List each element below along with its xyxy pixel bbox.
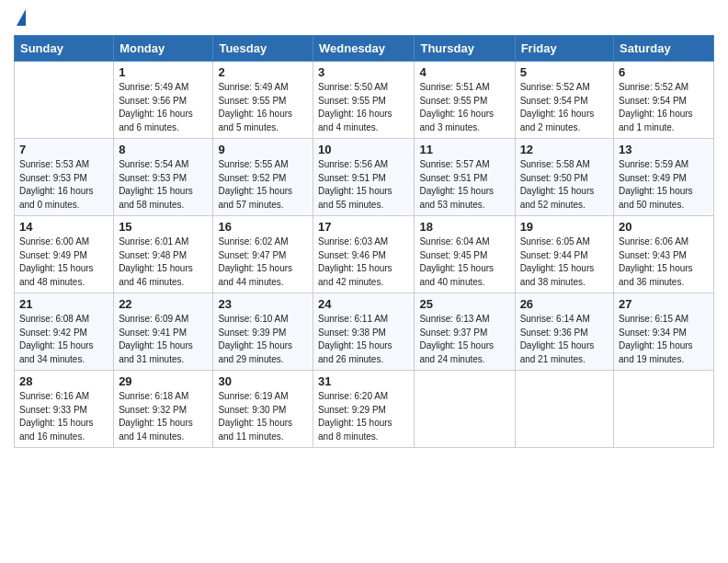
day-info: Sunrise: 6:05 AM Sunset: 9:44 PM Dayligh… [520,236,609,289]
calendar-cell: 16Sunrise: 6:02 AM Sunset: 9:47 PM Dayli… [213,216,313,293]
day-number: 17 [318,220,409,234]
day-info: Sunrise: 5:49 AM Sunset: 9:56 PM Dayligh… [119,81,208,134]
day-info: Sunrise: 6:19 AM Sunset: 9:30 PM Dayligh… [218,390,308,443]
calendar-cell: 25Sunrise: 6:13 AM Sunset: 9:37 PM Dayli… [415,293,515,371]
calendar-cell: 12Sunrise: 5:58 AM Sunset: 9:50 PM Dayli… [515,139,613,216]
calendar-cell: 23Sunrise: 6:10 AM Sunset: 9:39 PM Dayli… [213,293,313,371]
calendar-cell: 4Sunrise: 5:51 AM Sunset: 9:55 PM Daylig… [415,62,515,139]
calendar-cell: 31Sunrise: 6:20 AM Sunset: 9:29 PM Dayli… [313,371,415,448]
day-number: 18 [419,220,509,234]
calendar-cell: 11Sunrise: 5:57 AM Sunset: 9:51 PM Dayli… [415,139,515,216]
day-number: 15 [119,220,208,234]
day-number: 19 [520,220,609,234]
calendar-cell: 20Sunrise: 6:06 AM Sunset: 9:43 PM Dayli… [614,216,714,293]
day-info: Sunrise: 5:56 AM Sunset: 9:51 PM Dayligh… [318,158,409,212]
day-number: 2 [218,65,308,79]
day-number: 8 [119,143,208,156]
day-number: 22 [119,297,208,311]
calendar-header-saturday: Saturday [614,36,714,62]
day-number: 20 [619,220,709,234]
day-info: Sunrise: 6:03 AM Sunset: 9:46 PM Dayligh… [318,236,409,289]
calendar-cell: 7Sunrise: 5:53 AM Sunset: 9:53 PM Daylig… [15,139,114,216]
day-number: 4 [419,65,509,79]
calendar-cell [15,62,114,139]
calendar-cell: 24Sunrise: 6:11 AM Sunset: 9:38 PM Dayli… [313,293,415,371]
day-info: Sunrise: 5:57 AM Sunset: 9:51 PM Dayligh… [419,158,509,212]
calendar-cell: 28Sunrise: 6:16 AM Sunset: 9:33 PM Dayli… [15,371,114,448]
calendar-cell: 15Sunrise: 6:01 AM Sunset: 9:48 PM Dayli… [114,216,213,293]
calendar-cell: 1Sunrise: 5:49 AM Sunset: 9:56 PM Daylig… [114,62,213,139]
calendar-cell: 14Sunrise: 6:00 AM Sunset: 9:49 PM Dayli… [15,216,114,293]
day-number: 12 [520,143,609,156]
calendar-cell: 19Sunrise: 6:05 AM Sunset: 9:44 PM Dayli… [515,216,613,293]
calendar-cell: 29Sunrise: 6:18 AM Sunset: 9:32 PM Dayli… [114,371,213,448]
day-info: Sunrise: 5:52 AM Sunset: 9:54 PM Dayligh… [520,81,609,134]
day-info: Sunrise: 6:02 AM Sunset: 9:47 PM Dayligh… [218,236,308,289]
calendar-week-2: 7Sunrise: 5:53 AM Sunset: 9:53 PM Daylig… [15,139,714,216]
day-number: 6 [619,65,709,79]
day-number: 30 [218,374,308,388]
calendar-header-tuesday: Tuesday [213,36,313,62]
day-info: Sunrise: 6:01 AM Sunset: 9:48 PM Dayligh… [119,236,208,289]
day-info: Sunrise: 6:11 AM Sunset: 9:38 PM Dayligh… [318,313,409,366]
day-number: 11 [419,143,509,156]
day-info: Sunrise: 6:09 AM Sunset: 9:41 PM Dayligh… [119,313,208,366]
day-info: Sunrise: 5:52 AM Sunset: 9:54 PM Dayligh… [619,81,709,134]
day-info: Sunrise: 6:06 AM Sunset: 9:43 PM Dayligh… [619,236,709,289]
day-info: Sunrise: 6:00 AM Sunset: 9:49 PM Dayligh… [19,236,108,289]
calendar-cell: 6Sunrise: 5:52 AM Sunset: 9:54 PM Daylig… [614,62,714,139]
day-info: Sunrise: 5:50 AM Sunset: 9:55 PM Dayligh… [318,81,409,134]
day-info: Sunrise: 6:04 AM Sunset: 9:45 PM Dayligh… [419,236,509,289]
calendar-week-1: 1Sunrise: 5:49 AM Sunset: 9:56 PM Daylig… [15,62,714,139]
day-info: Sunrise: 6:15 AM Sunset: 9:34 PM Dayligh… [619,313,709,366]
calendar-cell: 21Sunrise: 6:08 AM Sunset: 9:42 PM Dayli… [15,293,114,371]
logo [14,9,26,28]
day-number: 27 [619,297,709,311]
day-info: Sunrise: 5:53 AM Sunset: 9:53 PM Dayligh… [19,158,108,212]
calendar-cell: 2Sunrise: 5:49 AM Sunset: 9:55 PM Daylig… [213,62,313,139]
day-number: 10 [318,143,409,156]
calendar-header-monday: Monday [114,36,213,62]
day-number: 3 [318,65,409,79]
day-number: 23 [218,297,308,311]
calendar-cell: 8Sunrise: 5:54 AM Sunset: 9:53 PM Daylig… [114,139,213,216]
day-number: 31 [318,374,409,388]
day-number: 26 [520,297,609,311]
calendar-cell: 22Sunrise: 6:09 AM Sunset: 9:41 PM Dayli… [114,293,213,371]
calendar-header-row: SundayMondayTuesdayWednesdayThursdayFrid… [15,36,714,62]
day-info: Sunrise: 6:14 AM Sunset: 9:36 PM Dayligh… [520,313,609,366]
calendar-cell: 13Sunrise: 5:59 AM Sunset: 9:49 PM Dayli… [614,139,714,216]
day-number: 7 [19,143,108,156]
day-info: Sunrise: 6:10 AM Sunset: 9:39 PM Dayligh… [218,313,308,366]
calendar-cell: 26Sunrise: 6:14 AM Sunset: 9:36 PM Dayli… [515,293,613,371]
day-info: Sunrise: 6:13 AM Sunset: 9:37 PM Dayligh… [419,313,509,366]
day-number: 1 [119,65,208,79]
day-info: Sunrise: 6:16 AM Sunset: 9:33 PM Dayligh… [19,390,108,443]
day-number: 5 [520,65,609,79]
day-number: 28 [19,374,108,388]
day-number: 13 [619,143,709,156]
calendar-cell: 9Sunrise: 5:55 AM Sunset: 9:52 PM Daylig… [213,139,313,216]
day-number: 16 [218,220,308,234]
day-info: Sunrise: 5:58 AM Sunset: 9:50 PM Dayligh… [520,158,609,212]
day-number: 25 [419,297,509,311]
calendar-cell: 5Sunrise: 5:52 AM Sunset: 9:54 PM Daylig… [515,62,613,139]
day-info: Sunrise: 6:20 AM Sunset: 9:29 PM Dayligh… [318,390,409,443]
calendar-week-5: 28Sunrise: 6:16 AM Sunset: 9:33 PM Dayli… [15,371,714,448]
page: SundayMondayTuesdayWednesdayThursdayFrid… [0,0,728,563]
logo-triangle-icon [17,9,26,26]
calendar-cell: 18Sunrise: 6:04 AM Sunset: 9:45 PM Dayli… [415,216,515,293]
calendar-cell: 30Sunrise: 6:19 AM Sunset: 9:30 PM Dayli… [213,371,313,448]
day-number: 21 [19,297,108,311]
day-number: 14 [19,220,108,234]
calendar-cell: 10Sunrise: 5:56 AM Sunset: 9:51 PM Dayli… [313,139,415,216]
calendar-cell: 27Sunrise: 6:15 AM Sunset: 9:34 PM Dayli… [614,293,714,371]
calendar-cell [515,371,613,448]
day-info: Sunrise: 5:55 AM Sunset: 9:52 PM Dayligh… [218,158,308,212]
calendar-header-wednesday: Wednesday [313,36,415,62]
day-info: Sunrise: 5:49 AM Sunset: 9:55 PM Dayligh… [218,81,308,134]
calendar-table: SundayMondayTuesdayWednesdayThursdayFrid… [14,35,714,448]
calendar-cell [415,371,515,448]
day-info: Sunrise: 5:51 AM Sunset: 9:55 PM Dayligh… [419,81,509,134]
calendar-week-3: 14Sunrise: 6:00 AM Sunset: 9:49 PM Dayli… [15,216,714,293]
